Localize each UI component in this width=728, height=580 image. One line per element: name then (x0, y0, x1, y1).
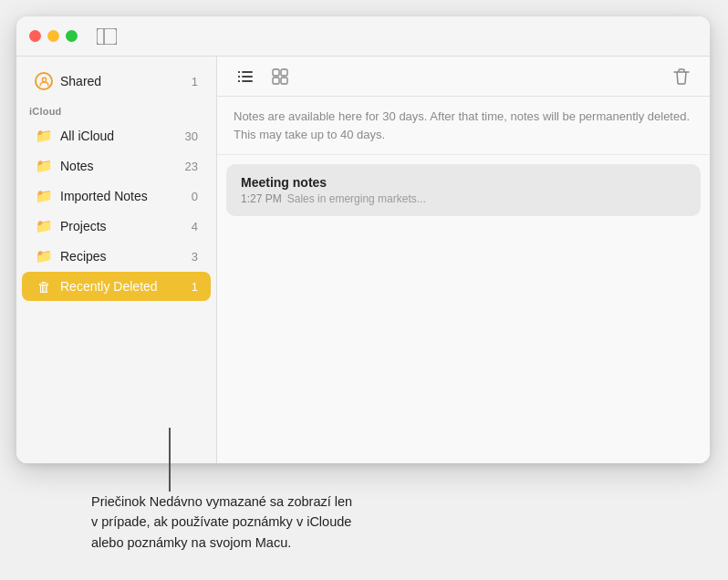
note-time: 1:27 PM (241, 192, 282, 205)
sidebar-item-shared-label: Shared (60, 74, 183, 88)
note-title: Meeting notes (241, 175, 686, 190)
notes-list: Meeting notes 1:27 PM Sales in emerging … (217, 155, 710, 463)
right-toolbar (217, 57, 710, 97)
trash-icon-recently-deleted: 🗑 (35, 277, 53, 295)
svg-rect-11 (273, 78, 279, 84)
sidebar-item-shared[interactable]: Shared 1 (22, 67, 211, 96)
note-item-meeting-notes[interactable]: Meeting notes 1:27 PM Sales in emerging … (226, 164, 701, 216)
sidebar-item-notes-count: 23 (183, 160, 198, 173)
note-meta: 1:27 PM Sales in emerging markets... (241, 192, 686, 205)
traffic-lights (29, 30, 78, 42)
folder-icon-notes: 📁 (35, 157, 53, 175)
sidebar-item-recently-deleted-label: Recently Deleted (60, 279, 183, 294)
note-preview: Sales in emerging markets... (287, 192, 426, 205)
info-text: Notes are available here for 30 days. Af… (234, 109, 690, 141)
minimize-button[interactable] (47, 30, 59, 42)
shared-icon (35, 72, 53, 90)
sidebar: Shared 1 iCloud 📁 All iCloud 30 📁 Notes … (16, 57, 217, 463)
sidebar-item-recipes-count: 3 (183, 250, 198, 264)
folder-icon-recipes: 📁 (35, 247, 53, 265)
callout-line (169, 428, 171, 492)
folder-icon-imported-notes: 📁 (35, 187, 53, 205)
notes-window: Shared 1 iCloud 📁 All iCloud 30 📁 Notes … (16, 16, 710, 463)
sidebar-item-recipes[interactable]: 📁 Recipes 3 (22, 242, 211, 271)
svg-rect-10 (281, 69, 287, 76)
right-panel: Notes are available here for 30 days. Af… (217, 57, 710, 463)
svg-rect-3 (238, 71, 240, 73)
title-bar (16, 16, 710, 57)
sidebar-item-notes[interactable]: 📁 Notes 23 (22, 151, 211, 181)
svg-rect-0 (97, 28, 117, 45)
svg-rect-5 (238, 76, 240, 78)
main-area: Shared 1 iCloud 📁 All iCloud 30 📁 Notes … (16, 57, 710, 463)
sidebar-item-imported-notes-count: 0 (183, 190, 198, 203)
sidebar-item-projects-count: 4 (183, 220, 198, 233)
sidebar-item-shared-count: 1 (183, 75, 198, 88)
callout-annotation: Priečinok Nedávno vymazané sa zobrazí le… (91, 492, 356, 553)
delete-button[interactable] (668, 63, 695, 90)
svg-rect-4 (242, 71, 253, 73)
sidebar-item-imported-notes-label: Imported Notes (60, 189, 183, 203)
info-bar: Notes are available here for 30 days. Af… (217, 97, 710, 155)
svg-rect-12 (281, 78, 287, 84)
sidebar-item-projects[interactable]: 📁 Projects 4 (22, 212, 211, 241)
sidebar-item-notes-label: Notes (60, 159, 183, 173)
list-view-button[interactable] (232, 63, 259, 90)
svg-point-2 (42, 78, 46, 81)
sidebar-item-all-icloud-label: All iCloud (60, 129, 183, 143)
gallery-view-button[interactable] (266, 63, 294, 90)
close-button[interactable] (29, 30, 41, 42)
callout-text: Priečinok Nedávno vymazané sa zobrazí le… (91, 492, 356, 553)
folder-icon-projects: 📁 (35, 217, 53, 235)
folder-icon-all-icloud: 📁 (35, 127, 53, 145)
sidebar-section-icloud: iCloud (16, 97, 216, 120)
sidebar-item-all-icloud-count: 30 (183, 129, 198, 143)
sidebar-item-projects-label: Projects (60, 219, 183, 233)
sidebar-item-imported-notes[interactable]: 📁 Imported Notes 0 (22, 181, 211, 211)
sidebar-item-all-icloud[interactable]: 📁 All iCloud 30 (22, 121, 211, 150)
sidebar-item-recipes-label: Recipes (60, 249, 183, 264)
svg-rect-8 (242, 80, 253, 82)
sidebar-item-recently-deleted-count: 1 (183, 280, 198, 294)
sidebar-toggle-button[interactable] (94, 27, 120, 46)
sidebar-item-recently-deleted[interactable]: 🗑 Recently Deleted 1 (22, 272, 211, 301)
svg-rect-7 (238, 80, 240, 82)
maximize-button[interactable] (66, 30, 78, 42)
svg-rect-6 (242, 76, 253, 78)
svg-rect-9 (273, 69, 279, 76)
